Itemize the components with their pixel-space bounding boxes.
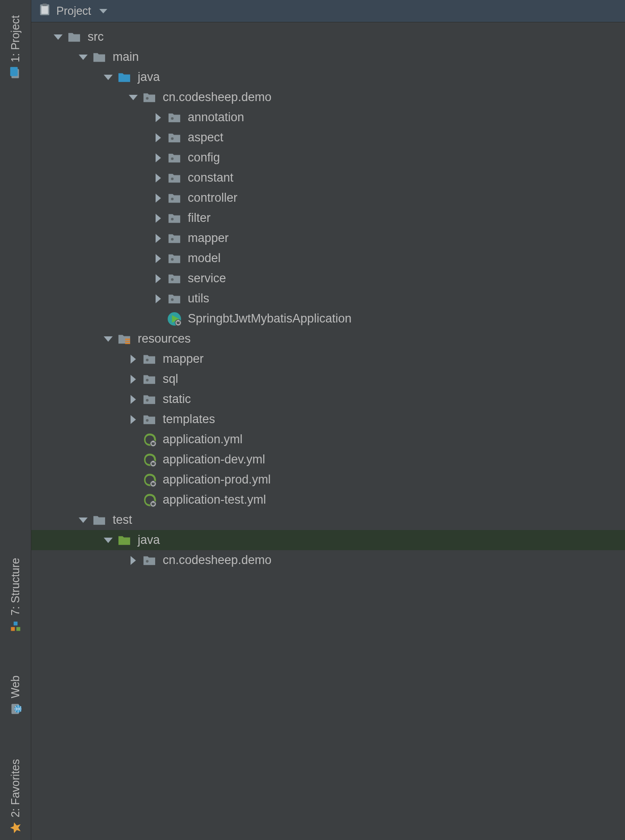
chevron-right-icon[interactable] <box>152 194 165 203</box>
folder-green-icon <box>117 534 133 547</box>
tree-node-label: static <box>163 392 191 406</box>
chevron-right-icon[interactable] <box>127 355 139 364</box>
chevron-down-icon[interactable] <box>77 55 89 60</box>
folder-gray-icon <box>67 31 83 43</box>
tree-node-pkg1[interactable]: cn.codesheep.demo <box>31 87 625 107</box>
chevron-right-icon[interactable] <box>127 395 139 404</box>
project-panel-header[interactable]: Project <box>31 0 625 22</box>
tree-node-label: utils <box>188 292 209 305</box>
tree-node-appyml4[interactable]: application-test.yml <box>31 490 625 510</box>
tree-node-filter[interactable]: filter <box>31 208 625 228</box>
gutter-web-label: Web <box>9 675 22 698</box>
tree-node-mapper[interactable]: mapper <box>31 228 625 248</box>
tree-node-label: filter <box>188 211 211 225</box>
clipboard-icon <box>38 3 51 19</box>
tree-node-constant[interactable]: constant <box>31 168 625 188</box>
tree-node-label: sql <box>163 372 178 386</box>
tree-node-java1[interactable]: java <box>31 67 625 87</box>
tree-node-templates[interactable]: templates <box>31 409 625 429</box>
tree-node-label: mapper <box>188 231 229 245</box>
tree-node-anno[interactable]: annotation <box>31 107 625 127</box>
package-icon <box>167 111 183 124</box>
gutter-structure[interactable]: 7: Structure <box>6 552 25 638</box>
chevron-down-icon[interactable] <box>127 95 139 100</box>
tree-node-resources[interactable]: resources <box>31 329 625 349</box>
tree-node-config[interactable]: config <box>31 148 625 168</box>
tree-node-label: test <box>113 513 132 527</box>
chevron-down-icon[interactable] <box>102 538 114 543</box>
chevron-right-icon[interactable] <box>152 153 165 162</box>
chevron-down-icon[interactable] <box>102 336 114 342</box>
tree-node-utils[interactable]: utils <box>31 288 625 309</box>
project-tree[interactable]: srcmainjavacn.codesheep.demoannotationas… <box>31 22 625 840</box>
package-icon <box>167 152 183 164</box>
chevron-right-icon[interactable] <box>127 415 139 424</box>
star-icon <box>10 822 21 834</box>
tree-node-label: application-prod.yml <box>163 473 271 487</box>
package-icon <box>167 272 183 285</box>
tree-node-label: cn.codesheep.demo <box>163 553 271 567</box>
folder-blue-icon <box>117 71 133 84</box>
tree-node-label: constant <box>188 171 233 185</box>
dropdown-caret-icon[interactable] <box>99 9 107 13</box>
gutter-project[interactable]: 1: Project <box>6 9 25 86</box>
package-icon <box>167 252 183 265</box>
tree-node-java2[interactable]: java <box>31 530 625 550</box>
tree-node-sql[interactable]: sql <box>31 369 625 389</box>
chevron-right-icon[interactable] <box>127 556 139 565</box>
tree-node-controller[interactable]: controller <box>31 188 625 208</box>
folder-gray-icon <box>92 514 108 526</box>
tool-window-gutter: 1: Project 7: Structure Web 2: Favorites <box>0 0 31 840</box>
folder-gray-icon <box>92 51 108 64</box>
package-icon <box>142 393 158 406</box>
tree-node-appyml[interactable]: application.yml <box>31 429 625 450</box>
package-icon <box>142 91 158 104</box>
tree-node-pkg2[interactable]: cn.codesheep.demo <box>31 550 625 570</box>
chevron-right-icon[interactable] <box>152 234 165 243</box>
package-icon <box>142 413 158 426</box>
tree-node-label: service <box>188 272 226 285</box>
tree-node-label: model <box>188 251 221 265</box>
tree-node-aspect[interactable]: aspect <box>31 127 625 148</box>
tree-node-label: cn.codesheep.demo <box>163 90 271 104</box>
project-panel: Project srcmainjavacn.codesheep.demoanno… <box>31 0 625 840</box>
tree-node-test[interactable]: test <box>31 510 625 530</box>
tree-node-appyml2[interactable]: application-dev.yml <box>31 450 625 470</box>
tree-node-service[interactable]: service <box>31 268 625 288</box>
package-icon <box>142 373 158 386</box>
gutter-favorites[interactable]: 2: Favorites <box>6 753 25 840</box>
spring-file-icon <box>142 493 158 507</box>
tree-node-label: resources <box>138 332 191 346</box>
package-icon <box>167 232 183 245</box>
gutter-favorites-label: 2: Favorites <box>9 759 22 818</box>
tree-node-appyml3[interactable]: application-prod.yml <box>31 470 625 490</box>
chevron-down-icon[interactable] <box>77 518 89 523</box>
tree-node-label: application-dev.yml <box>163 453 265 467</box>
chevron-right-icon[interactable] <box>152 133 165 142</box>
package-icon <box>142 353 158 365</box>
tree-node-model[interactable]: model <box>31 248 625 268</box>
tree-node-static[interactable]: static <box>31 389 625 409</box>
web-icon <box>9 703 22 715</box>
tree-node-rmapper[interactable]: mapper <box>31 349 625 369</box>
chevron-down-icon[interactable] <box>102 75 114 80</box>
tree-node-label: SpringbtJwtMybatisApplication <box>188 312 351 326</box>
tree-node-src[interactable]: src <box>31 27 625 47</box>
chevron-right-icon[interactable] <box>152 214 165 223</box>
tree-node-label: config <box>188 151 220 165</box>
tree-node-main[interactable]: main <box>31 47 625 67</box>
chevron-right-icon[interactable] <box>127 375 139 384</box>
chevron-right-icon[interactable] <box>152 113 165 122</box>
chevron-right-icon[interactable] <box>152 294 165 303</box>
project-gutter-icon <box>9 67 22 80</box>
tree-node-label: mapper <box>163 352 204 366</box>
tree-node-appclass[interactable]: SpringbtJwtMybatisApplication <box>31 309 625 329</box>
chevron-down-icon[interactable] <box>52 34 64 40</box>
folder-res-icon <box>117 333 133 345</box>
chevron-right-icon[interactable] <box>152 274 165 283</box>
chevron-right-icon[interactable] <box>152 174 165 182</box>
package-icon <box>167 192 183 204</box>
tree-node-label: src <box>88 30 104 44</box>
chevron-right-icon[interactable] <box>152 254 165 263</box>
gutter-web[interactable]: Web <box>6 669 25 721</box>
